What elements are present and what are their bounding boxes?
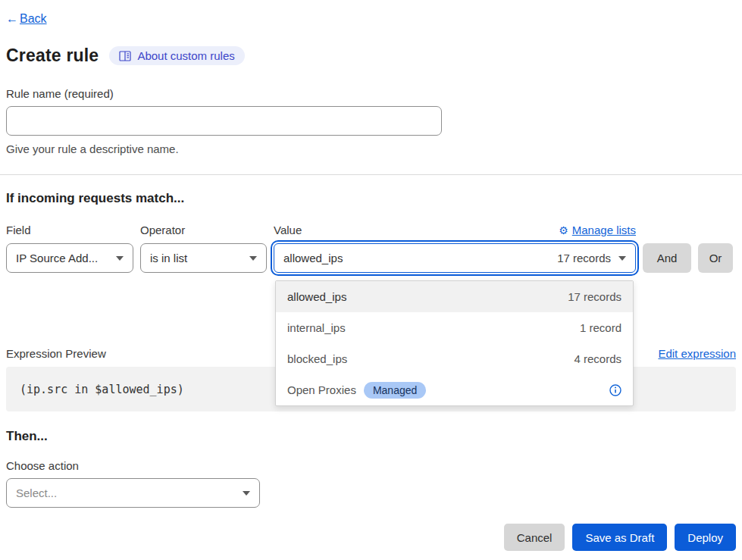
value-combobox[interactable]: allowed_ips 17 records (274, 243, 636, 273)
field-select-value: IP Source Add... (16, 252, 98, 264)
chevron-down-icon (618, 256, 626, 261)
list-option-records: 4 records (574, 352, 621, 365)
or-button[interactable]: Or (698, 243, 733, 273)
list-option-allowed-ips[interactable]: allowed_ips 17 records (276, 281, 633, 312)
book-icon (119, 51, 131, 61)
then-section-heading: Then... (6, 429, 736, 444)
operator-label: Operator (140, 224, 267, 236)
create-rule-page: ←Back Create rule About custom rules Rul… (0, 0, 742, 560)
list-option-internal-ips[interactable]: internal_ips 1 record (276, 312, 633, 343)
managed-badge: Managed (364, 382, 426, 399)
edit-expression-link[interactable]: Edit expression (658, 347, 736, 360)
rule-name-helper: Give your rule a descriptive name. (6, 142, 736, 155)
chevron-down-icon (243, 491, 250, 496)
rule-name-label: Rule name (required) (6, 87, 736, 100)
info-icon[interactable] (609, 384, 621, 396)
operator-select[interactable]: is in list (140, 243, 267, 273)
list-option-records: 17 records (568, 290, 621, 303)
footer-actions: Cancel Save as Draft Deploy (6, 524, 736, 560)
operator-select-value: is in list (150, 252, 187, 264)
list-option-blocked-ips[interactable]: blocked_ips 4 records (276, 343, 633, 374)
back-arrow-icon: ← (6, 12, 18, 26)
chevron-down-icon (116, 256, 124, 261)
edit-expression-label: Edit expression (658, 347, 736, 360)
gear-icon: ⚙ (559, 225, 568, 236)
list-option-name: internal_ips (287, 321, 346, 334)
and-button[interactable]: And (643, 243, 691, 273)
value-label: Value (274, 224, 302, 236)
back-link[interactable]: ←Back (6, 12, 47, 26)
field-select[interactable]: IP Source Add... (6, 243, 133, 273)
back-label: Back (20, 12, 47, 26)
list-option-name: allowed_ips (287, 290, 346, 303)
list-dropdown: allowed_ips 17 records internal_ips 1 re… (275, 280, 634, 406)
about-custom-rules-label: About custom rules (137, 49, 234, 62)
match-section-heading: If incoming requests match... (6, 191, 736, 206)
field-label: Field (6, 224, 133, 236)
list-option-open-proxies[interactable]: Open Proxies Managed (276, 374, 633, 405)
action-select[interactable]: Select... (6, 478, 260, 508)
list-option-name: Open Proxies (287, 383, 356, 396)
action-select-placeholder: Select... (16, 486, 57, 499)
deploy-button[interactable]: Deploy (675, 524, 736, 551)
manage-lists-label: Manage lists (572, 224, 636, 236)
value-combobox-value: allowed_ips (283, 252, 343, 264)
list-option-records: 1 record (580, 321, 621, 334)
page-title: Create rule (6, 45, 99, 66)
expression-preview-label: Expression Preview (6, 347, 106, 360)
chevron-down-icon (249, 256, 257, 261)
condition-row: Field Operator Value ⚙ Manage lists IP S… (6, 224, 736, 273)
choose-action-label: Choose action (6, 459, 736, 472)
expression-code: (ip.src in $allowed_ips) (20, 383, 184, 396)
save-as-draft-button[interactable]: Save as Draft (572, 524, 667, 551)
manage-lists-link[interactable]: ⚙ Manage lists (559, 224, 636, 236)
list-option-name: blocked_ips (287, 352, 347, 365)
cancel-button[interactable]: Cancel (504, 524, 565, 551)
section-divider (0, 174, 742, 175)
about-custom-rules-link[interactable]: About custom rules (109, 46, 244, 65)
rule-name-input[interactable] (6, 106, 442, 136)
value-records-count: 17 records (557, 252, 611, 264)
